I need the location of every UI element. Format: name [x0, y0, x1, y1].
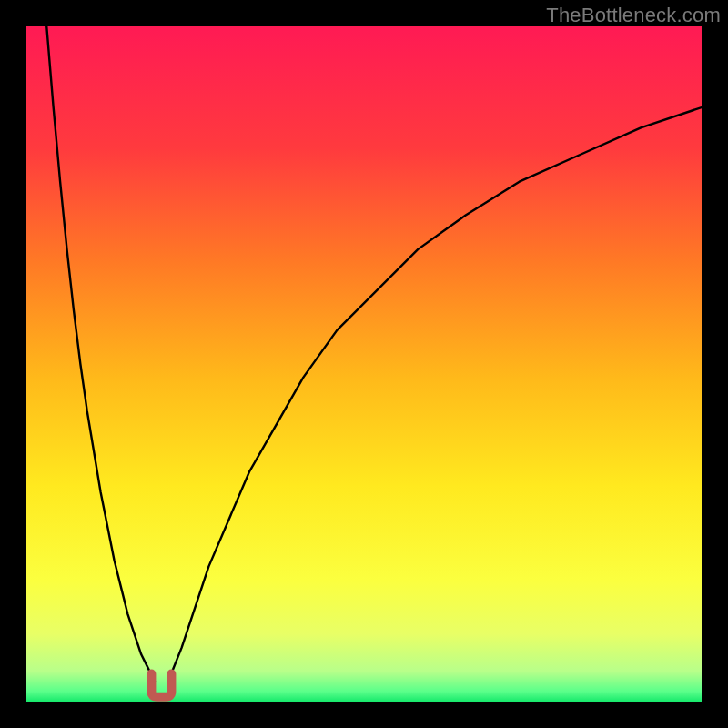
plot-area: [26, 26, 702, 702]
plot-svg: [26, 26, 702, 702]
attribution-text: TheBottleneck.com: [546, 4, 721, 27]
chart-frame: TheBottleneck.com: [0, 0, 728, 728]
gradient-background: [26, 26, 702, 702]
